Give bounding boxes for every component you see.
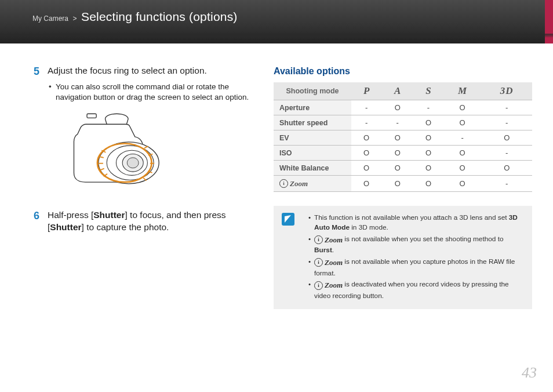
svg-rect-0 xyxy=(87,114,96,118)
note-1-a: This function is not available when you … xyxy=(314,213,509,222)
col-m: M xyxy=(443,82,482,100)
cell: O xyxy=(413,176,443,192)
options-heading: Available options xyxy=(274,66,532,77)
note-box: This function is not available when you … xyxy=(274,206,532,310)
cell: - xyxy=(381,115,413,130)
row-label: Aperture xyxy=(274,100,351,115)
col-a: A xyxy=(381,82,413,100)
header-shadow xyxy=(0,34,553,41)
svg-point-5 xyxy=(127,158,139,168)
cell: O xyxy=(381,146,413,161)
page-number: 43 xyxy=(522,364,537,382)
page-title: Selecting functions (options) xyxy=(81,10,238,23)
options-table: Shooting mode P A S M 3D Aperture-O-O-Sh… xyxy=(274,82,532,192)
breadcrumb-separator: > xyxy=(72,14,77,23)
cell: - xyxy=(481,176,532,192)
table-header-row: Shooting mode P A S M 3D xyxy=(274,82,532,100)
note-2-c: . xyxy=(332,246,334,254)
note-2-bold: Burst xyxy=(314,246,332,254)
izoom-icon: iZoom xyxy=(314,257,343,268)
note-item-3: iZoom is not available when you capture … xyxy=(308,257,524,278)
cell: O xyxy=(351,161,381,176)
step-6-shutter-1: Shutter xyxy=(93,210,125,220)
col-s: S xyxy=(413,82,443,100)
note-4-text: is deactivated when you record videos by… xyxy=(314,281,509,300)
table-row: Aperture-O-O- xyxy=(274,100,532,115)
note-2-a: is not available when you set the shooti… xyxy=(344,235,503,243)
table-row: ISOOOOO- xyxy=(274,146,532,161)
note-item-4: iZoom is deactivated when you record vid… xyxy=(308,280,524,301)
cell: O xyxy=(443,161,482,176)
cell: O xyxy=(413,130,443,146)
cell: O xyxy=(443,115,482,130)
left-column: 5 Adjust the focus ring to select an opt… xyxy=(31,57,274,392)
cell: O xyxy=(413,161,443,176)
col-3d: 3D xyxy=(481,82,532,100)
cell: - xyxy=(443,130,482,146)
cell: O xyxy=(481,161,532,176)
step-number: 5 xyxy=(31,65,39,78)
row-label: iZoom xyxy=(274,176,351,192)
cell: O xyxy=(443,100,482,115)
table-row: Shutter speed--OO- xyxy=(274,115,532,130)
cell: - xyxy=(351,100,381,115)
izoom-icon: iZoom xyxy=(314,234,343,246)
note-icon xyxy=(282,213,294,226)
step-6-text-c: ] to capture the photo. xyxy=(82,222,169,232)
note-3-text: is not available when you capture photos… xyxy=(314,257,515,277)
col-p: P xyxy=(351,82,381,100)
cell: O xyxy=(351,176,381,192)
row-label: ISO xyxy=(274,146,351,161)
izoom-icon: iZoom xyxy=(279,179,308,188)
col-shooting-mode: Shooting mode xyxy=(274,82,351,100)
note-1-c: in 3D mode. xyxy=(350,223,388,231)
row-label: EV xyxy=(274,130,351,146)
izoom-icon: iZoom xyxy=(314,280,343,291)
table-row: White BalanceOOOOO xyxy=(274,161,532,176)
step-6-text-a: Half-press [ xyxy=(48,210,93,220)
cell: O xyxy=(381,100,413,115)
cell: O xyxy=(443,146,482,161)
row-label: White Balance xyxy=(274,161,351,176)
step-text: Half-press [Shutter] to focus, and then … xyxy=(48,209,254,234)
cell: O xyxy=(351,146,381,161)
row-label: Shutter speed xyxy=(274,115,351,130)
cell: - xyxy=(481,115,532,130)
cell: O xyxy=(413,146,443,161)
cell: - xyxy=(413,100,443,115)
cell: - xyxy=(481,100,532,115)
cell: O xyxy=(481,130,532,146)
cell: O xyxy=(413,115,443,130)
izoom-word: Zoom xyxy=(325,234,343,246)
step-5: 5 Adjust the focus ring to select an opt… xyxy=(31,65,254,78)
izoom-word: Zoom xyxy=(325,280,343,291)
table-row: iZoomOOOO- xyxy=(274,176,532,192)
right-column: Available options Shooting mode P A S M … xyxy=(274,57,532,392)
cell: - xyxy=(351,115,381,130)
note-item-2: iZoom is not available when you set the … xyxy=(308,234,524,256)
cell: O xyxy=(351,130,381,146)
table-row: EVOOO-O xyxy=(274,130,532,146)
breadcrumb: My Camera xyxy=(32,14,68,23)
cell: O xyxy=(381,130,413,146)
step-5-bullet: You can also scroll the command dial or … xyxy=(49,82,254,104)
izoom-word: Zoom xyxy=(325,257,343,268)
camera-illustration xyxy=(66,109,170,199)
step-text: Adjust the focus ring to select an optio… xyxy=(48,65,207,78)
note-item-1: This function is not available when you … xyxy=(308,213,524,233)
step-6: 6 Half-press [Shutter] to focus, and the… xyxy=(31,209,254,234)
step-number: 6 xyxy=(31,209,39,234)
cell: O xyxy=(381,161,413,176)
cell: O xyxy=(443,176,482,192)
cell: - xyxy=(481,146,532,161)
step-6-shutter-2: Shutter xyxy=(50,222,81,232)
cell: O xyxy=(381,176,413,192)
